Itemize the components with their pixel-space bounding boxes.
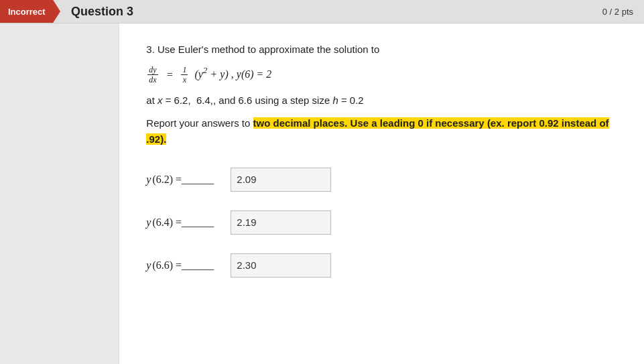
- rhs: 1 x (y2 + y) , y(6) = 2: [180, 65, 271, 85]
- content-wrapper: 3. Use Euler's method to approximate the…: [0, 23, 644, 364]
- left-sidebar: [0, 23, 58, 364]
- incorrect-label: Incorrect: [8, 7, 46, 17]
- answer-row-2: y(6.4) =______: [146, 210, 617, 235]
- pts-area: 0 / 2 pts: [602, 0, 644, 23]
- answer-row-3: y(6.6) =______: [146, 253, 617, 278]
- question-intro: 3. Use Euler's method to approximate the…: [146, 44, 617, 56]
- question-number: 3.: [146, 44, 157, 55]
- answer-row-1: y(6.2) =______: [146, 168, 617, 192]
- answer-label-2: y(6.4) =______: [146, 217, 227, 229]
- question-title: Question 3: [71, 5, 133, 19]
- answer-input-1[interactable]: [231, 168, 331, 192]
- question-title-area: Question 3: [60, 0, 602, 23]
- equals-sign: =: [164, 69, 176, 81]
- answer-input-3[interactable]: [231, 253, 331, 278]
- report-line: Report your answers to two decimal place…: [146, 115, 617, 147]
- equation-display: dy dx = 1 x (y2 + y) , y(6) = 2: [146, 65, 617, 85]
- answer-label-1: y(6.2) =______: [146, 174, 227, 186]
- intro-text: Use Euler's method to approximate the so…: [157, 44, 379, 55]
- incorrect-badge: Incorrect: [0, 0, 60, 23]
- dy-dx: dy dx: [146, 65, 159, 85]
- pts-label: 0 / 2 pts: [602, 7, 633, 17]
- report-prefix: Report your answers to: [146, 117, 253, 129]
- question-content: 3. Use Euler's method to approximate the…: [119, 23, 644, 364]
- question-header: Incorrect Question 3 0 / 2 pts: [0, 0, 644, 23]
- answer-input-2[interactable]: [231, 210, 331, 235]
- page-container: Incorrect Question 3 0 / 2 pts 3. Use Eu…: [0, 0, 644, 364]
- at-line: at x = 6.2, 6.4,, and 6.6 using a step s…: [146, 95, 617, 106]
- answer-label-3: y(6.6) =______: [146, 259, 227, 271]
